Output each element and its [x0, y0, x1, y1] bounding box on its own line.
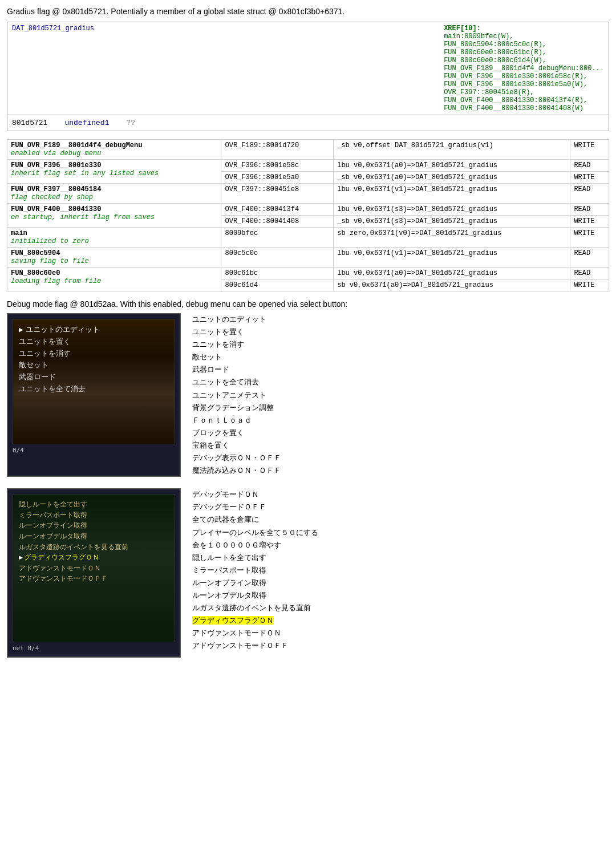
dat-name: DAT_801d5721_gradius: [12, 25, 444, 112]
func-desc: on startup, inherit flag from saves: [11, 213, 155, 221]
func-desc: initialized to zero: [11, 237, 89, 245]
game-screen-1: ▶ユニットのエディットユニットを置くユニットを消す敵セット武器ロードユニットを全…: [13, 319, 175, 444]
arrow-icon: ▶: [19, 553, 23, 561]
func-desc: enabled via debug menu: [11, 149, 101, 157]
table-row: FUN_OVR_F397__80045184flag checked by sh…: [7, 184, 609, 204]
mem-type: undefined1: [64, 119, 109, 127]
addr-cell: OVR_F396::8001e58c: [221, 160, 334, 172]
list-item: グラディウスフラグＯＮ: [192, 614, 609, 627]
menu-item: ミラーパスポート取得: [19, 510, 128, 521]
list-item: ユニットのエディット: [192, 313, 609, 326]
func-desc: inherit flag set in any listed saves: [11, 169, 159, 177]
func-desc: flag checked by shop: [11, 193, 93, 201]
xref-items: main:8009bfec(W), FUN_800c5904:800c5c0c(…: [444, 33, 604, 112]
game-menu-2: 隠しルートを全て出すミラーパスポート取得ルーンオブライン取得ルーンオブデルタ取得…: [19, 499, 128, 584]
instr-cell: lbu v0,0x6371(a0)=>DAT_801d5721_gradius: [334, 160, 570, 172]
list-item: ルガスタ遺跡のイベントを見る直前: [192, 602, 609, 614]
game-screenshot-2: 隠しルートを全て出すミラーパスポート取得ルーンオブライン取得ルーンオブデルタ取得…: [7, 488, 181, 658]
addr-cell: OVR_F396::8001e5a0: [221, 172, 334, 184]
addr-cell: 800c5c0c: [221, 248, 334, 268]
xref-item: FUN_OVR_F396__8001e330:8001e58c(R),: [444, 72, 604, 80]
list-item: 武器ロード: [192, 363, 609, 376]
func-cell: FUN_OVR_F189__8001d4f4_debugMenuenabled …: [7, 140, 221, 160]
list-item: ルーンオブライン取得: [192, 577, 609, 589]
mem-value: ??: [126, 119, 135, 127]
addr-cell: OVR_F400::800413f4: [221, 204, 334, 216]
access-cell: WRITE: [570, 140, 609, 160]
xref-item: FUN_OVR_F400__80041330:800413f4(R),: [444, 96, 604, 104]
debug-section-title: Debug mode flag @ 801d52aa. With this en…: [7, 299, 609, 309]
func-name: FUN_OVR_F397__80045184: [11, 185, 101, 193]
addr-cell: OVR_F397::800451e8: [221, 184, 334, 204]
func-cell: FUN_800c5904saving flag to file: [7, 248, 221, 268]
debug-list-1: ユニットのエディットユニットを置くユニットを消す敵セット武器ロードユニットを全て…: [192, 313, 609, 477]
instr-cell: lbu v0,0x6371(v1)=>DAT_801d5721_gradius: [334, 248, 570, 268]
menu-item: 隠しルートを全て出す: [19, 499, 128, 510]
table-row: maininitialized to zero8009bfecsb zero,0…: [7, 228, 609, 248]
addr-cell: OVR_F189::8001d720: [221, 140, 334, 160]
menu-item: アドヴァンストモードＯＮ: [19, 563, 128, 574]
instr-cell: lbu v0,0x6371(v1)=>DAT_801d5721_gradius: [334, 184, 570, 204]
access-cell: WRITE: [570, 172, 609, 184]
menu-item: ユニットを置く: [19, 336, 100, 348]
list-item: 魔法読み込みＯＮ・ＯＦＦ: [192, 464, 609, 477]
highlighted-item: グラディウスフラグＯＮ: [192, 616, 274, 625]
list-item: アドヴァンストモードＯＮ: [192, 627, 609, 639]
selected-item: グラディウスフラグＯＮ: [24, 553, 99, 561]
func-cell: FUN_OVR_F397__80045184flag checked by sh…: [7, 184, 221, 204]
menu-item: 武器ロード: [19, 371, 100, 383]
func-cell: FUN_800c60e0loading flag from file: [7, 268, 221, 291]
func-name: FUN_OVR_F400__80041330: [11, 205, 101, 213]
menu-item: ユニットを消す: [19, 348, 100, 360]
debug-section-1: ▶ユニットのエディットユニットを置くユニットを消す敵セット武器ロードユニットを全…: [7, 313, 609, 477]
instr-cell: _sb v0,0x6371(s3)=>DAT_801d5721_gradius: [334, 216, 570, 228]
func-name: FUN_800c60e0: [11, 269, 60, 277]
xref-item: FUN_OVR_F400__80041330:80041408(W): [444, 104, 604, 112]
list-item: アドヴァンストモードＯＦＦ: [192, 639, 609, 652]
instr-cell: sb v0,0x6371(a0)=>DAT_801d5721_gradius: [334, 279, 570, 291]
list-item: ユニットを置く: [192, 326, 609, 338]
list-item: ユニットアニメテスト: [192, 389, 609, 402]
xref-item: OVR_F397::800451e8(R),: [444, 88, 604, 96]
xref-section: XREF[10]: main:8009bfec(W), FUN_800c5904…: [444, 25, 604, 112]
list-item: 敵セット: [192, 351, 609, 363]
table-row: FUN_OVR_F396__8001e330inherit flag set i…: [7, 160, 609, 172]
menu-item: ユニットを全て消去: [19, 383, 100, 395]
table-row: FUN_800c5904saving flag to file800c5c0cl…: [7, 248, 609, 268]
list-item: ブロックを置く: [192, 427, 609, 439]
menu-item: ルガスタ遺跡のイベントを見る直前: [19, 542, 128, 553]
menu-item: アドヴァンストモードＯＦＦ: [19, 573, 128, 584]
func-cell: FUN_OVR_F400__80041330on startup, inheri…: [7, 204, 221, 228]
addr-cell: OVR_F400::80041408: [221, 216, 334, 228]
memory-table: DAT_801d5721_gradius XREF[10]: main:8009…: [7, 22, 609, 131]
func-cell: FUN_OVR_F396__8001e330inherit flag set i…: [7, 160, 221, 184]
func-name: FUN_OVR_F396__8001e330: [11, 161, 101, 169]
xref-label: XREF[10]:: [444, 25, 481, 33]
list-item: ユニットを全て消去: [192, 376, 609, 388]
list-item: デバッグ表示ＯＮ・ＯＦＦ: [192, 452, 609, 464]
game-footer-2a: net 0/4: [13, 645, 175, 652]
list-item: デバッグモードＯＮ: [192, 488, 609, 501]
list-item: デバッグモードＯＦＦ: [192, 501, 609, 513]
reference-table: FUN_OVR_F189__8001d4f4_debugMenuenabled …: [7, 139, 609, 291]
instr-cell: _sb v0,0x6371(a0)=>DAT_801d5721_gradius: [334, 172, 570, 184]
list-item: ルーンオブデルタ取得: [192, 589, 609, 602]
func-desc: loading flag from file: [11, 277, 101, 285]
menu-item: ルーンオブデルタ取得: [19, 531, 128, 542]
addr-cell: 800c61d4: [221, 279, 334, 291]
debug-section-2: 隠しルートを全て出すミラーパスポート取得ルーンオブライン取得ルーンオブデルタ取得…: [7, 488, 609, 658]
access-cell: READ: [570, 204, 609, 216]
game-menu-1: ▶ユニットのエディットユニットを置くユニットを消す敵セット武器ロードユニットを全…: [19, 324, 100, 395]
list-item: 金を１０００００Ｇ増やす: [192, 539, 609, 552]
func-name: main: [11, 229, 27, 237]
instr-cell: lbu v0,0x6371(s3)=>DAT_801d5721_gradius: [334, 204, 570, 216]
table-row: FUN_OVR_F400__80041330on startup, inheri…: [7, 204, 609, 216]
access-cell: READ: [570, 268, 609, 279]
list-item: 隠しルートを全て出す: [192, 552, 609, 564]
xref-item: FUN_800c5904:800c5c0c(R),: [444, 40, 604, 48]
list-item: ユニットを消す: [192, 338, 609, 351]
list-item: 背景グラデーション調整: [192, 402, 609, 414]
xref-item: FUN_800c60e0:800c61bc(R),: [444, 48, 604, 56]
list-item: ミラーパスポート取得: [192, 564, 609, 577]
debug-list-2: デバッグモードＯＮデバッグモードＯＦＦ全ての武器を倉庫にプレイヤーのレベルを全て…: [192, 488, 609, 658]
